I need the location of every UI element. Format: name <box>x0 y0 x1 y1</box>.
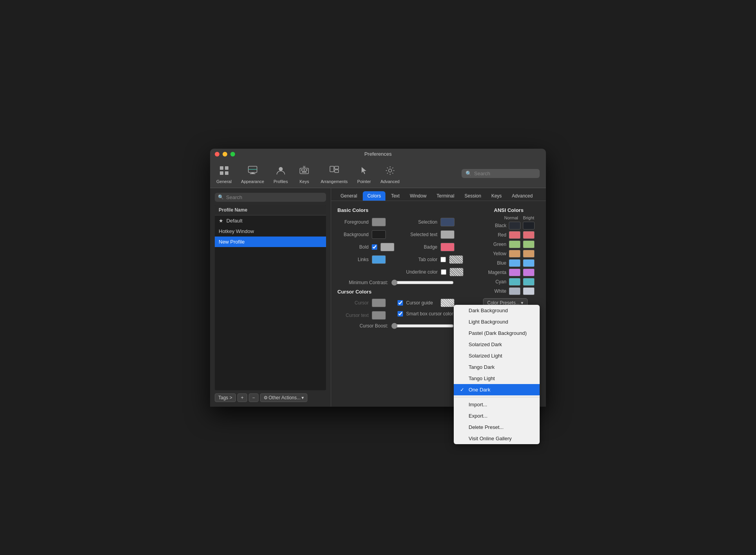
window-controls[interactable] <box>215 152 235 157</box>
dropdown-item-solarized-dark[interactable]: Solarized Dark <box>454 339 540 350</box>
ansi-bright-magenta[interactable] <box>523 269 535 276</box>
sidebar-search-box[interactable]: 🔍 <box>215 193 326 202</box>
minimum-contrast-label: Minimum Contrast: <box>337 280 388 285</box>
close-button[interactable] <box>215 152 219 157</box>
tab-color-swatch[interactable] <box>449 255 463 264</box>
dropdown-item-solarized-light[interactable]: Solarized Light <box>454 350 540 361</box>
toolbar: General Appearance <box>210 160 546 188</box>
ansi-bright-green[interactable] <box>523 240 535 248</box>
tab-terminal[interactable]: Terminal <box>432 191 459 201</box>
dropdown-item-one-dark[interactable]: ✓One Dark <box>454 384 540 395</box>
dropdown-item-tango-dark[interactable]: Tango Dark <box>454 361 540 373</box>
dropdown-item-pastel-dark-background[interactable]: Pastel (Dark Background) <box>454 327 540 339</box>
add-profile-button[interactable]: + <box>237 393 247 402</box>
tab-session[interactable]: Session <box>460 191 486 201</box>
selected-text-swatch[interactable] <box>440 230 455 239</box>
cursor-swatch[interactable] <box>372 299 386 307</box>
remove-profile-button[interactable]: − <box>249 393 259 402</box>
toolbar-item-appearance[interactable]: Appearance <box>241 164 264 184</box>
bold-swatch[interactable] <box>380 243 394 251</box>
selection-swatch[interactable] <box>440 218 455 226</box>
cursor-guide-swatch[interactable] <box>440 299 455 307</box>
ansi-normal-magenta[interactable] <box>509 269 521 276</box>
minimum-contrast-slider[interactable] <box>391 279 454 286</box>
ansi-normal-header: Normal <box>504 215 518 220</box>
dropdown-item-light-background[interactable]: Light Background <box>454 316 540 327</box>
toolbar-search-input[interactable] <box>474 171 536 176</box>
tab-advanced[interactable]: Advanced <box>507 191 537 201</box>
dropdown-item-tango-light[interactable]: Tango Light <box>454 373 540 384</box>
ansi-headers: Normal Bright <box>483 215 535 220</box>
ansi-label-magenta: Magenta <box>483 270 506 275</box>
ansi-normal-black[interactable] <box>509 222 521 229</box>
chevron-down-icon: ▾ <box>301 395 304 400</box>
cursor-text-swatch[interactable] <box>372 311 386 320</box>
badge-label: Badge <box>406 244 437 250</box>
toolbar-item-keys-label: Keys <box>300 179 309 184</box>
tab-window[interactable]: Window <box>405 191 431 201</box>
foreground-swatch[interactable] <box>372 218 386 226</box>
ansi-bright-yellow[interactable] <box>523 250 535 258</box>
tab-general[interactable]: General <box>336 191 362 201</box>
ansi-title: ANSI Colors <box>483 207 535 213</box>
ansi-bright-header: Bright <box>523 215 535 220</box>
badge-swatch[interactable] <box>440 243 455 251</box>
cursor-guide-row: Cursor guide <box>398 299 455 307</box>
profile-item-default[interactable]: ★ Default <box>215 215 326 226</box>
titlebar: Preferences <box>210 149 546 160</box>
toolbar-item-pointer[interactable]: Pointer <box>357 164 371 184</box>
tab-color-checkbox[interactable] <box>440 257 446 262</box>
foreground-row: Foreground <box>337 218 394 226</box>
search-icon: 🔍 <box>465 171 472 176</box>
dropdown-item-visit-online-gallery[interactable]: Visit Online Gallery <box>454 433 540 444</box>
ansi-normal-cyan[interactable] <box>509 278 521 286</box>
ansi-normal-white[interactable] <box>509 287 521 295</box>
dropdown-item-export...[interactable]: Export... <box>454 410 540 422</box>
minimize-button[interactable] <box>223 152 227 157</box>
ansi-row-black: Black <box>483 222 535 229</box>
other-actions-button[interactable]: ⚙ Other Actions... ▾ <box>260 393 307 402</box>
underline-color-checkbox[interactable] <box>441 269 446 275</box>
toolbar-item-keys[interactable]: ⌘ Keys <box>297 164 311 184</box>
svg-rect-15 <box>330 166 334 172</box>
cursor-guide-checkbox[interactable] <box>398 300 403 306</box>
maximize-button[interactable] <box>230 152 235 157</box>
ansi-bright-blue[interactable] <box>523 259 535 267</box>
links-swatch[interactable] <box>372 255 386 264</box>
ansi-normal-green[interactable] <box>509 240 521 248</box>
ansi-bright-cyan[interactable] <box>523 278 535 286</box>
other-actions-label: Other Actions... <box>269 395 301 400</box>
ansi-row-red: Red <box>483 231 535 239</box>
profile-item-default-label: Default <box>226 218 242 224</box>
tab-text[interactable]: Text <box>386 191 404 201</box>
ansi-bright-red[interactable] <box>523 231 535 239</box>
ansi-bright-black[interactable] <box>523 222 535 229</box>
profile-item-new-label: New Profile <box>219 239 244 245</box>
toolbar-item-advanced[interactable]: Advanced <box>380 164 399 184</box>
smart-box-checkbox[interactable] <box>398 311 403 317</box>
sidebar-search-input[interactable] <box>226 194 323 200</box>
profile-item-new[interactable]: New Profile <box>215 237 326 247</box>
dropdown-item-delete-preset...[interactable]: Delete Preset... <box>454 422 540 433</box>
tags-button[interactable]: Tags > <box>215 393 236 402</box>
tab-colors[interactable]: Colors <box>363 191 386 201</box>
ansi-bright-white[interactable] <box>523 287 535 295</box>
toolbar-item-profiles[interactable]: Profiles <box>273 164 288 184</box>
ansi-normal-red[interactable] <box>509 231 521 239</box>
background-swatch[interactable] <box>372 230 386 239</box>
profile-item-hotkey[interactable]: Hotkey Window <box>215 226 326 237</box>
dropdown-item-dark-background[interactable]: Dark Background <box>454 305 540 316</box>
toolbar-search[interactable]: 🔍 <box>462 169 540 178</box>
toolbar-item-arrangements[interactable]: Arrangements <box>321 164 348 184</box>
basic-colors-grid: Foreground Background Bold <box>337 218 464 276</box>
cursor-boost-slider[interactable] <box>391 323 454 329</box>
tab-keys[interactable]: Keys <box>487 191 506 201</box>
toolbar-item-general[interactable]: General <box>216 164 232 184</box>
underline-color-swatch[interactable] <box>449 268 464 276</box>
dropdown-item-import...[interactable]: Import... <box>454 399 540 410</box>
general-icon <box>217 164 231 178</box>
ansi-normal-blue[interactable] <box>509 259 521 267</box>
bold-checkbox[interactable] <box>372 244 377 250</box>
ansi-normal-yellow[interactable] <box>509 250 521 258</box>
background-row: Background <box>337 230 394 239</box>
